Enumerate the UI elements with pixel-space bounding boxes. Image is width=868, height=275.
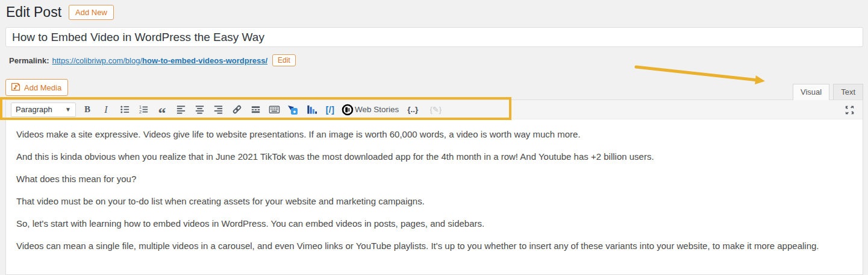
plugin-insert-button[interactable]	[286, 103, 300, 117]
chart-insert-button[interactable]	[304, 103, 319, 117]
shortcode-icon: [/]	[326, 105, 335, 115]
svg-text:1: 1	[139, 105, 141, 110]
toolbar-toggle-button[interactable]	[267, 103, 281, 117]
italic-icon: I	[104, 104, 107, 115]
code-edit-icon: {✎}	[429, 105, 442, 114]
permalink-base: https://colibriwp.com/blog/	[52, 56, 142, 65]
content-paragraph: So, let's start with learning how to emb…	[16, 219, 852, 228]
align-center-button[interactable]	[192, 103, 207, 117]
tab-text[interactable]: Text	[833, 84, 863, 100]
web-stories-icon	[342, 104, 354, 116]
plugin-blue-icon	[287, 104, 299, 116]
content-paragraph: That video must be on your to-do list wh…	[16, 197, 852, 206]
edit-permalink-button[interactable]: Edit	[272, 54, 296, 66]
fullscreen-icon	[844, 104, 855, 116]
numbered-list-icon: 1 2	[138, 104, 149, 115]
permalink-link[interactable]: https://colibriwp.com/blog/how-to-embed-…	[52, 56, 267, 65]
align-center-icon	[194, 104, 205, 115]
content-paragraph: Videos can mean a single file, multiple …	[16, 241, 852, 250]
numbered-list-button[interactable]: 1 2	[136, 103, 151, 117]
editor-toolbar: Paragraph ▼ B I 1 2	[6, 100, 863, 119]
post-editor: Add Media Visual Text Paragraph ▼ B I	[5, 78, 863, 275]
add-media-label: Add Media	[24, 83, 61, 92]
read-more-button[interactable]	[248, 103, 263, 117]
bullet-list-icon	[119, 104, 131, 115]
page-title: Edit Post	[6, 4, 61, 21]
editor-frame: Paragraph ▼ B I 1 2	[5, 100, 863, 275]
post-title-input[interactable]	[5, 27, 863, 47]
align-left-icon	[175, 104, 187, 115]
permalink-label: Permalink:	[9, 56, 49, 65]
content-paragraph: And this is kinda obvious when you reali…	[16, 152, 852, 161]
add-media-icon	[11, 82, 20, 93]
code-edit-button[interactable]: {✎}	[426, 103, 445, 117]
align-left-button[interactable]	[173, 103, 188, 117]
permalink-row: Permalink: https://colibriwp.com/blog/ho…	[9, 54, 296, 66]
permalink-slug: how-to-embed-videos-wordpress/	[142, 56, 267, 65]
bold-button[interactable]: B	[80, 103, 95, 117]
align-right-button[interactable]	[211, 103, 225, 117]
link-icon	[231, 104, 243, 115]
svg-text:2: 2	[139, 110, 141, 115]
format-dropdown[interactable]: Paragraph ▼	[11, 103, 76, 117]
blockquote-icon: “	[158, 104, 166, 115]
add-media-button[interactable]: Add Media	[5, 79, 68, 96]
align-right-icon	[213, 104, 224, 115]
code-snippet-icon: {..}	[407, 105, 418, 114]
content-paragraph: What does this mean for you?	[16, 174, 852, 183]
format-dropdown-value: Paragraph	[16, 105, 52, 114]
blockquote-button[interactable]: “	[155, 103, 169, 117]
link-button[interactable]	[229, 103, 244, 117]
fullscreen-button[interactable]	[842, 103, 857, 117]
editor-mode-tabs: Visual Text	[793, 84, 863, 100]
page-header: Edit Post Add New	[6, 4, 114, 21]
shortcode-button[interactable]: [/]	[323, 103, 337, 117]
content-paragraph: Videos make a site expressive. Videos gi…	[16, 130, 852, 139]
bold-icon: B	[84, 104, 90, 115]
italic-button[interactable]: I	[99, 103, 113, 117]
bar-chart-icon	[306, 104, 317, 115]
chevron-down-icon: ▼	[65, 106, 71, 113]
bullet-list-button[interactable]	[117, 103, 132, 117]
web-stories-button[interactable]: Web Stories	[342, 104, 399, 116]
code-snippet-button[interactable]: {..}	[403, 103, 422, 117]
add-new-button[interactable]: Add New	[69, 5, 114, 20]
tab-visual[interactable]: Visual	[793, 84, 829, 100]
read-more-icon	[250, 104, 261, 115]
web-stories-label: Web Stories	[355, 105, 399, 114]
editor-content-area[interactable]: Videos make a site expressive. Videos gi…	[6, 119, 863, 250]
keyboard-icon	[269, 104, 280, 115]
